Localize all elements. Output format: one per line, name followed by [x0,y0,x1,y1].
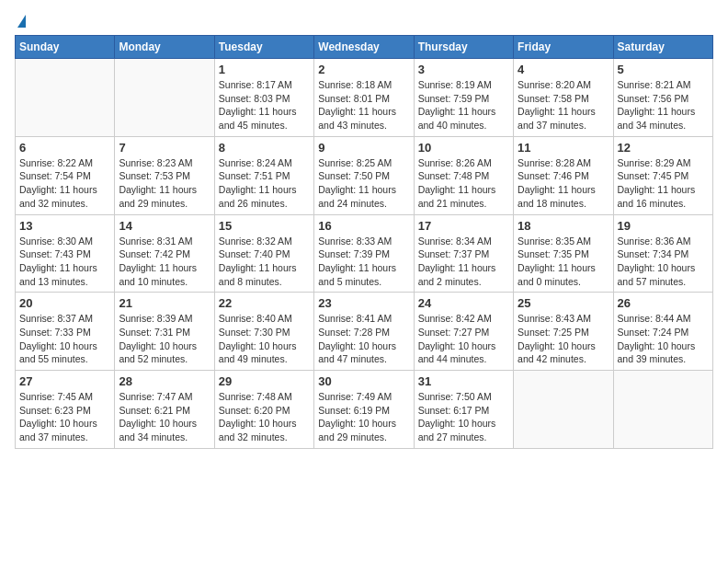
day-info: Sunrise: 8:43 AM Sunset: 7:25 PM Dayligh… [518,312,609,366]
calendar-day-cell: 27Sunrise: 7:45 AM Sunset: 6:23 PM Dayli… [16,371,115,449]
day-info: Sunrise: 8:35 AM Sunset: 7:35 PM Dayligh… [518,235,609,289]
day-number: 4 [518,63,609,76]
day-number: 1 [219,63,310,76]
day-info: Sunrise: 8:31 AM Sunset: 7:42 PM Dayligh… [119,235,210,289]
day-info: Sunrise: 8:33 AM Sunset: 7:39 PM Dayligh… [318,235,409,289]
day-number: 30 [318,374,409,388]
calendar-header: SundayMondayTuesdayWednesdayThursdayFrid… [16,36,713,59]
day-number: 12 [618,141,709,155]
day-number: 23 [318,296,409,310]
day-number: 27 [19,374,110,388]
calendar-day-cell: 1Sunrise: 8:17 AM Sunset: 8:03 PM Daylig… [214,59,313,137]
calendar-table: SundayMondayTuesdayWednesdayThursdayFrid… [15,35,713,449]
day-info: Sunrise: 8:34 AM Sunset: 7:37 PM Dayligh… [418,235,509,289]
day-info: Sunrise: 8:44 AM Sunset: 7:24 PM Dayligh… [618,312,709,366]
calendar-week-row: 1Sunrise: 8:17 AM Sunset: 8:03 PM Daylig… [16,59,713,137]
day-info: Sunrise: 8:18 AM Sunset: 8:01 PM Dayligh… [318,78,409,132]
day-number: 24 [418,296,509,310]
day-info: Sunrise: 8:29 AM Sunset: 7:45 PM Dayligh… [618,156,709,211]
day-info: Sunrise: 8:20 AM Sunset: 7:58 PM Dayligh… [518,78,609,132]
calendar-header-cell: Sunday [16,36,115,59]
day-info: Sunrise: 8:32 AM Sunset: 7:40 PM Dayligh… [219,235,310,289]
day-number: 17 [418,219,509,233]
day-info: Sunrise: 8:36 AM Sunset: 7:34 PM Dayligh… [618,235,709,289]
day-number: 18 [518,219,609,233]
calendar-week-row: 13Sunrise: 8:30 AM Sunset: 7:43 PM Dayli… [16,214,713,293]
day-info: Sunrise: 7:45 AM Sunset: 6:23 PM Dayligh… [19,390,110,444]
calendar-day-cell: 28Sunrise: 7:47 AM Sunset: 6:21 PM Dayli… [115,371,214,449]
day-info: Sunrise: 8:41 AM Sunset: 7:28 PM Dayligh… [318,312,409,366]
calendar-day-cell: 22Sunrise: 8:40 AM Sunset: 7:30 PM Dayli… [214,293,313,371]
day-info: Sunrise: 8:21 AM Sunset: 7:56 PM Dayligh… [618,78,709,132]
calendar-header-cell: Monday [115,36,214,59]
day-number: 26 [618,296,709,310]
calendar-day-cell [514,371,613,449]
day-number: 21 [119,296,210,310]
day-info: Sunrise: 8:22 AM Sunset: 7:54 PM Dayligh… [19,156,110,211]
day-number: 20 [19,296,110,310]
day-number: 5 [618,63,709,76]
calendar-day-cell: 26Sunrise: 8:44 AM Sunset: 7:24 PM Dayli… [613,293,712,371]
day-number: 6 [19,141,110,155]
calendar-body: 1Sunrise: 8:17 AM Sunset: 8:03 PM Daylig… [16,59,713,449]
day-number: 3 [418,63,509,76]
calendar-day-cell: 21Sunrise: 8:39 AM Sunset: 7:31 PM Dayli… [115,293,214,371]
calendar-day-cell: 12Sunrise: 8:29 AM Sunset: 7:45 PM Dayli… [613,136,712,214]
day-number: 15 [219,219,310,233]
calendar-header-cell: Thursday [414,36,513,59]
calendar-day-cell: 24Sunrise: 8:42 AM Sunset: 7:27 PM Dayli… [414,293,513,371]
calendar-day-cell: 23Sunrise: 8:41 AM Sunset: 7:28 PM Dayli… [314,293,414,371]
calendar-day-cell: 9Sunrise: 8:25 AM Sunset: 7:50 PM Daylig… [314,136,414,214]
calendar-day-cell: 5Sunrise: 8:21 AM Sunset: 7:56 PM Daylig… [613,59,712,137]
calendar-day-cell: 31Sunrise: 7:50 AM Sunset: 6:17 PM Dayli… [414,371,513,449]
calendar-day-cell: 14Sunrise: 8:31 AM Sunset: 7:42 PM Dayli… [115,214,214,293]
calendar-day-cell: 30Sunrise: 7:49 AM Sunset: 6:19 PM Dayli… [314,371,414,449]
day-info: Sunrise: 8:39 AM Sunset: 7:31 PM Dayligh… [119,312,210,366]
calendar-header-cell: Saturday [613,36,712,59]
day-number: 2 [318,63,409,76]
calendar-day-cell [115,59,214,137]
day-info: Sunrise: 8:40 AM Sunset: 7:30 PM Dayligh… [219,312,310,366]
day-info: Sunrise: 7:50 AM Sunset: 6:17 PM Dayligh… [418,390,509,444]
day-number: 19 [618,219,709,233]
calendar-week-row: 6Sunrise: 8:22 AM Sunset: 7:54 PM Daylig… [16,136,713,214]
day-info: Sunrise: 8:23 AM Sunset: 7:53 PM Dayligh… [119,156,210,211]
calendar-day-cell: 20Sunrise: 8:37 AM Sunset: 7:33 PM Dayli… [16,293,115,371]
day-info: Sunrise: 8:25 AM Sunset: 7:50 PM Dayligh… [318,156,409,211]
day-info: Sunrise: 8:42 AM Sunset: 7:27 PM Dayligh… [418,312,509,366]
calendar-day-cell: 16Sunrise: 8:33 AM Sunset: 7:39 PM Dayli… [314,214,414,293]
day-info: Sunrise: 8:37 AM Sunset: 7:33 PM Dayligh… [19,312,110,366]
calendar-day-cell: 8Sunrise: 8:24 AM Sunset: 7:51 PM Daylig… [214,136,313,214]
calendar-day-cell: 4Sunrise: 8:20 AM Sunset: 7:58 PM Daylig… [514,59,613,137]
day-number: 10 [418,141,509,155]
calendar-day-cell: 19Sunrise: 8:36 AM Sunset: 7:34 PM Dayli… [613,214,712,293]
day-number: 11 [518,141,609,155]
day-number: 16 [318,219,409,233]
day-number: 22 [219,296,310,310]
calendar-day-cell: 25Sunrise: 8:43 AM Sunset: 7:25 PM Dayli… [514,293,613,371]
day-number: 29 [219,374,310,388]
day-info: Sunrise: 7:47 AM Sunset: 6:21 PM Dayligh… [119,390,210,444]
calendar-day-cell: 13Sunrise: 8:30 AM Sunset: 7:43 PM Dayli… [16,214,115,293]
calendar-day-cell: 18Sunrise: 8:35 AM Sunset: 7:35 PM Dayli… [514,214,613,293]
day-number: 9 [318,141,409,155]
day-info: Sunrise: 8:19 AM Sunset: 7:59 PM Dayligh… [418,78,509,132]
calendar-day-cell [613,371,712,449]
day-info: Sunrise: 8:24 AM Sunset: 7:51 PM Dayligh… [219,156,310,211]
day-info: Sunrise: 8:28 AM Sunset: 7:46 PM Dayligh… [518,156,609,211]
day-number: 28 [119,374,210,388]
calendar-week-row: 20Sunrise: 8:37 AM Sunset: 7:33 PM Dayli… [16,293,713,371]
day-info: Sunrise: 7:48 AM Sunset: 6:20 PM Dayligh… [219,390,310,444]
logo-triangle-icon [17,15,26,28]
day-info: Sunrise: 8:26 AM Sunset: 7:48 PM Dayligh… [418,156,509,211]
day-number: 13 [19,219,110,233]
day-number: 31 [418,374,509,388]
calendar-week-row: 27Sunrise: 7:45 AM Sunset: 6:23 PM Dayli… [16,371,713,449]
day-info: Sunrise: 7:49 AM Sunset: 6:19 PM Dayligh… [318,390,409,444]
calendar-day-cell: 7Sunrise: 8:23 AM Sunset: 7:53 PM Daylig… [115,136,214,214]
day-number: 8 [219,141,310,155]
calendar-day-cell: 29Sunrise: 7:48 AM Sunset: 6:20 PM Dayli… [214,371,313,449]
calendar-day-cell: 10Sunrise: 8:26 AM Sunset: 7:48 PM Dayli… [414,136,513,214]
calendar-header-cell: Tuesday [214,36,313,59]
calendar-day-cell: 6Sunrise: 8:22 AM Sunset: 7:54 PM Daylig… [16,136,115,214]
